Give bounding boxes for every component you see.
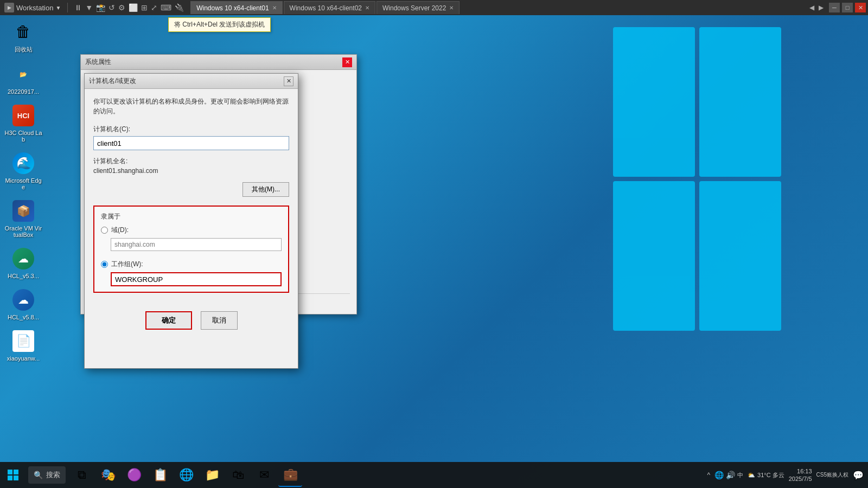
desktop-icon-hcl58[interactable]: ☁ HCL_v5.8... (4, 288, 42, 320)
hcl53-icon: ☁ (11, 247, 35, 271)
store-icon: 🛍 (232, 468, 244, 482)
manage-icon[interactable]: ⚙ (118, 3, 125, 12)
rename-titlebar: 计算机名/域更改 ✕ (85, 74, 298, 89)
svg-rect-2 (8, 476, 12, 480)
search-label: 搜索 (46, 470, 60, 480)
desktop-icons-container: 🗑 回收站 📂 20220917... HCI H3C Cloud Lab 🌊 … (4, 20, 42, 362)
edge-icon: 🌊 (11, 151, 35, 175)
recycle-label: 回收站 (15, 46, 33, 54)
start-button[interactable] (0, 462, 26, 488)
desktop-icon-edge[interactable]: 🌊 Microsoft Edge (4, 151, 42, 190)
clock-date: 2025/7/5 (789, 475, 812, 483)
xiaoyuan-icon: 📄 (11, 329, 35, 353)
system-clock[interactable]: 16:13 2025/7/5 (789, 467, 812, 483)
tab-server2022-label: Windows Server 2022 (382, 4, 446, 12)
weather-widget[interactable]: ⛅ 31°C 多云 (748, 471, 784, 479)
app2[interactable]: 🟣 (122, 463, 146, 487)
usb-icon[interactable]: 🔌 (175, 3, 184, 12)
weather-icon: ⛅ (748, 472, 755, 479)
taskbar-apps: ⧉ 🎭 🟣 📋 🌐 📁 🛍 ✉ 💼 (70, 463, 302, 487)
vmware-appname: Workstation (16, 4, 53, 12)
clock-time: 16:13 (789, 467, 812, 475)
theater-app[interactable]: 🎭 (96, 463, 120, 487)
hcl58-label: HCL_v5.8... (8, 314, 39, 320)
explorer-taskbar[interactable]: 📁 (200, 463, 224, 487)
date-icon: 📂 (11, 62, 35, 86)
domain-input[interactable] (111, 238, 282, 251)
tray-icons: 🌐 🔊 中 (714, 471, 743, 479)
lang-indicator[interactable]: 中 (737, 471, 743, 479)
hcl58-icon: ☁ (11, 288, 35, 312)
pause-icon[interactable]: ⏸ (74, 3, 82, 12)
win-logo-bottomright (699, 181, 781, 331)
workgroup-input[interactable] (111, 272, 282, 286)
workgroup-radio-label: 工作组(W): (111, 260, 143, 269)
vmware-topbar: ▶ Workstation ▼ ⏸ ▼ 📸 ↺ ⚙ ⬜ ⊞ ⤢ ⌨ 🔌 Wind… (0, 0, 868, 15)
sys-props-close-button[interactable]: ✕ (342, 57, 352, 67)
edge-label: Microsoft Edge (4, 177, 42, 190)
tab-server2022[interactable]: Windows Server 2022 ✕ (376, 1, 459, 14)
edge-taskbar[interactable]: 🌐 (174, 463, 198, 487)
taskview-button[interactable]: ⧉ (70, 463, 94, 487)
sound-icon[interactable]: 🔊 (726, 471, 735, 479)
rename-cancel-button[interactable]: 取消 (201, 311, 238, 330)
rename-content: 你可以更改该计算机的名称和成员身份。更改可能会影响到网络资源的访问。 计算机名(… (85, 89, 298, 300)
win-logo-bottomleft (613, 181, 695, 331)
desktop-icon-recycle[interactable]: 🗑 回收站 (4, 20, 42, 54)
fullname-value: client01.shanghai.com (93, 167, 289, 175)
ctrlaltdel-icon[interactable]: ⌨ (161, 3, 171, 12)
tab-client02[interactable]: Windows 10 x64-client02 ✕ (284, 1, 375, 14)
tab-client01[interactable]: Windows 10 x64-client01 ✕ (190, 1, 282, 14)
task-manager-app[interactable]: 📋 (148, 463, 172, 487)
windows-logo-decoration (613, 27, 781, 331)
rename-footer: 确定 取消 (85, 305, 298, 336)
other-button[interactable]: 其他(M)... (242, 182, 289, 197)
close-button[interactable]: ✕ (855, 3, 866, 12)
app-active[interactable]: 💼 (278, 463, 302, 487)
rename-close-button[interactable]: ✕ (284, 76, 293, 86)
rename-description: 你可以更改该计算机的名称和成员身份。更改可能会影响到网络资源的访问。 (93, 97, 289, 116)
edge-taskbar-icon: 🌐 (179, 468, 194, 482)
revert-icon[interactable]: ↺ (108, 3, 115, 12)
minimize-button[interactable]: ─ (829, 3, 840, 12)
taskbar-right: ^ 🌐 🔊 中 ⛅ 31°C 多云 16:13 2025/7/5 CS5账换人权… (707, 467, 868, 483)
network-icon[interactable]: 🌐 (714, 471, 724, 479)
fullscreen-icon[interactable]: ⬜ (129, 3, 138, 12)
maximize-button[interactable]: □ (842, 3, 853, 12)
snapshot-icon[interactable]: 📸 (96, 3, 105, 12)
workgroup-radio[interactable] (101, 261, 108, 268)
tab-client02-close[interactable]: ✕ (365, 5, 369, 11)
xiaoyuan-label: xiaoyuanw... (7, 355, 40, 362)
store-taskbar[interactable]: 🛍 (226, 463, 250, 487)
desktop-icon-hc3[interactable]: HCI H3C Cloud Lab (4, 104, 42, 143)
task-manager-icon: 📋 (153, 468, 168, 482)
active-app-icon: 💼 (283, 467, 298, 481)
desktop-icon-hcl53[interactable]: ☁ HCL_v5.3... (4, 247, 42, 279)
vmware-dropdown-arrow[interactable]: ▼ (55, 5, 61, 11)
desktop-icon-date[interactable]: 📂 20220917... (4, 62, 42, 95)
desktop: ▶ Workstation ▼ ⏸ ▼ 📸 ↺ ⚙ ⬜ ⊞ ⤢ ⌨ 🔌 Wind… (0, 0, 868, 488)
view-icon[interactable]: ⊞ (141, 3, 148, 12)
svg-rect-1 (14, 470, 18, 474)
win-logo-topleft (613, 27, 695, 177)
tray-expand-icon[interactable]: ^ (707, 471, 710, 479)
tab-client01-close[interactable]: ✕ (272, 5, 277, 11)
nav-next-icon[interactable]: ▶ (819, 4, 824, 11)
toolbar-arrow[interactable]: ▼ (85, 3, 93, 12)
rename-ok-button[interactable]: 确定 (145, 311, 192, 330)
sys-props-titlebar: 系统属性 ✕ (81, 55, 356, 70)
stretch-icon[interactable]: ⤢ (151, 3, 157, 12)
desktop-icon-xiaoyuan[interactable]: 📄 xiaoyuanw... (4, 329, 42, 362)
app2-icon: 🟣 (127, 468, 142, 482)
notification-icon[interactable]: 💬 (853, 470, 864, 480)
tab-server2022-close[interactable]: ✕ (449, 5, 454, 11)
fullname-label: 计算机全名: (93, 157, 289, 166)
nav-prev-icon[interactable]: ◀ (809, 4, 814, 11)
search-icon: 🔍 (34, 471, 43, 479)
mail-taskbar[interactable]: ✉ (252, 463, 276, 487)
toolbar-icons: ⏸ ▼ 📸 ↺ ⚙ ⬜ ⊞ ⤢ ⌨ 🔌 (74, 3, 184, 12)
computer-name-input[interactable] (93, 136, 289, 150)
search-box[interactable]: 🔍 搜索 (28, 466, 66, 484)
domain-radio[interactable] (101, 227, 108, 234)
desktop-icon-oracle[interactable]: 📦 Oracle VM VirtualBox (4, 199, 42, 238)
